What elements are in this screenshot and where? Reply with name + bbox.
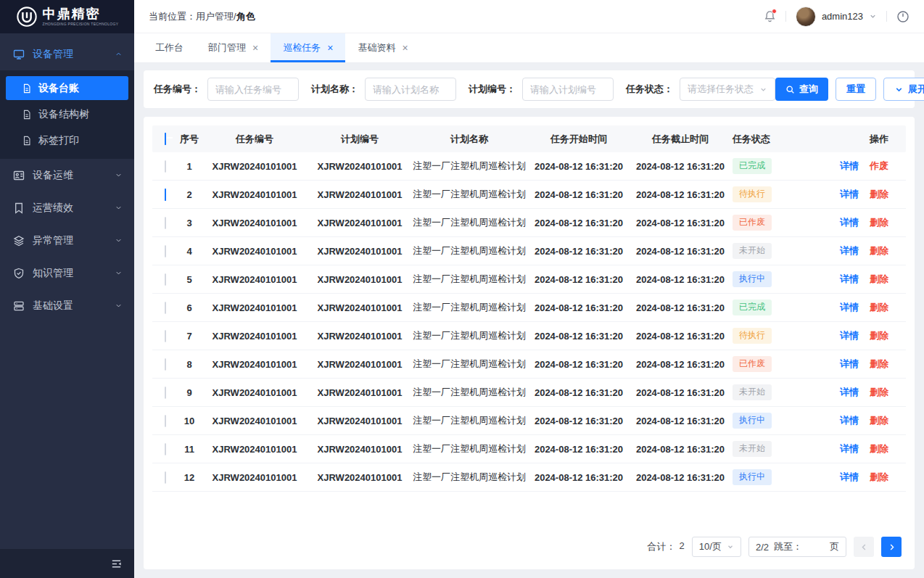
row-actions: 详情删除 [807, 244, 906, 257]
row-checkbox[interactable] [165, 387, 166, 399]
end-time: 2024-08-12 16:31:20 [630, 387, 731, 398]
notification-bell-icon[interactable] [764, 10, 776, 22]
row-checkbox[interactable] [165, 415, 166, 427]
sidebar-item-device-management[interactable]: 设备管理 [0, 38, 134, 70]
action-删除[interactable]: 删除 [870, 414, 888, 427]
action-删除[interactable]: 删除 [870, 301, 888, 314]
end-time: 2024-08-12 16:31:20 [630, 472, 731, 483]
action-删除[interactable]: 删除 [870, 273, 888, 286]
action-删除[interactable]: 删除 [870, 188, 888, 201]
sidebar-item-exception-management[interactable]: 异常管理 [0, 224, 134, 257]
row-checkbox-cell [152, 331, 178, 342]
logout-power-icon[interactable] [896, 10, 909, 23]
row-checkbox[interactable] [165, 189, 166, 201]
row-checkbox[interactable] [165, 443, 166, 455]
user-menu[interactable]: admin123 [796, 7, 877, 27]
expand-button[interactable]: 展开 [883, 78, 924, 101]
sidebar-item-device-structure-tree[interactable]: 设备结构树 [6, 102, 128, 126]
row-checkbox[interactable] [165, 330, 166, 342]
action-删除[interactable]: 删除 [870, 386, 888, 399]
search-button[interactable]: 查询 [775, 78, 828, 101]
tab-department-management[interactable]: 部门管理× [196, 33, 271, 62]
start-time: 2024-08-12 16:31:20 [528, 331, 630, 342]
next-page-button[interactable] [881, 537, 902, 557]
status-cell: 已作废 [731, 356, 807, 372]
row-index: 4 [178, 246, 200, 257]
sidebar-collapse-button[interactable] [0, 549, 134, 578]
sidebar-item-label: 知识管理 [33, 267, 107, 280]
sidebar-item-knowledge-management[interactable]: 知识管理 [0, 257, 134, 289]
page-size-select[interactable]: 10/页 [692, 537, 741, 557]
action-详情[interactable]: 详情 [840, 273, 859, 286]
action-详情[interactable]: 详情 [840, 414, 859, 427]
breadcrumb: 当前位置：用户管理/角色 [149, 10, 255, 23]
action-详情[interactable]: 详情 [840, 358, 859, 371]
row-actions: 详情删除 [807, 358, 906, 371]
action-删除[interactable]: 删除 [870, 244, 888, 257]
end-time: 2024-08-12 16:31:20 [630, 161, 731, 172]
row-index: 7 [178, 331, 200, 342]
task-no: XJRW20240101001 [200, 416, 309, 426]
action-详情[interactable]: 详情 [840, 329, 859, 342]
end-time: 2024-08-12 16:31:20 [630, 274, 731, 285]
row-checkbox[interactable] [165, 273, 166, 286]
reset-button[interactable]: 重置 [836, 78, 876, 101]
table-card: 序号 任务编号 计划编号 计划名称 任务开始时间 任务截止时间 任务状态 操作 … [144, 117, 915, 569]
action-详情[interactable]: 详情 [840, 442, 859, 455]
row-checkbox[interactable] [165, 358, 166, 371]
row-checkbox[interactable] [165, 160, 166, 173]
task-no-input[interactable] [207, 78, 299, 101]
col-plan-no: 计划编号 [309, 133, 411, 146]
chevron-down-icon [115, 204, 123, 212]
end-time: 2024-08-12 16:31:20 [630, 302, 731, 313]
sidebar-item-label-print[interactable]: 标签打印 [6, 128, 128, 152]
row-checkbox[interactable] [165, 471, 166, 484]
action-删除[interactable]: 删除 [870, 358, 888, 371]
action-详情[interactable]: 详情 [840, 216, 859, 229]
row-checkbox[interactable] [165, 245, 166, 257]
action-详情[interactable]: 详情 [840, 471, 859, 484]
plan-name: 注塑一厂注塑机周巡检计划 [411, 216, 528, 229]
close-icon[interactable]: × [327, 43, 333, 53]
plan-name-input[interactable] [365, 78, 456, 101]
row-checkbox[interactable] [165, 302, 166, 314]
close-icon[interactable]: × [252, 43, 258, 53]
action-详情[interactable]: 详情 [840, 244, 859, 257]
action-删除[interactable]: 删除 [870, 442, 888, 455]
task-status-select[interactable]: 请选择任务状态 [680, 78, 775, 101]
sidebar-item-operation-performance[interactable]: 运营绩效 [0, 191, 134, 224]
start-time: 2024-08-12 16:31:20 [528, 472, 630, 483]
sidebar-item-device-operations[interactable]: 设备运维 [0, 159, 134, 191]
tab-workbench[interactable]: 工作台 [143, 33, 196, 62]
table-row: 12XJRW20240101001XJRW20240101001注塑一厂注塑机周… [152, 463, 906, 492]
chevron-down-icon [759, 86, 767, 94]
tab-inspection-task[interactable]: 巡检任务× [271, 33, 345, 62]
action-删除[interactable]: 删除 [870, 329, 888, 342]
task-no: XJRW20240101001 [200, 359, 309, 370]
row-actions: 详情删除 [807, 414, 906, 427]
row-index: 9 [178, 387, 200, 398]
sidebar-item-label: 基础设置 [33, 300, 107, 313]
sidebar-item-basic-settings[interactable]: 基础设置 [0, 289, 134, 322]
action-详情[interactable]: 详情 [840, 301, 859, 314]
action-详情[interactable]: 详情 [840, 160, 859, 173]
select-all-checkbox[interactable] [165, 133, 166, 145]
close-icon[interactable]: × [402, 43, 408, 53]
page-size-value: 10/页 [699, 540, 722, 553]
end-time: 2024-08-12 16:31:20 [630, 189, 731, 200]
plan-no-input[interactable] [522, 78, 614, 101]
action-删除[interactable]: 删除 [870, 216, 888, 229]
row-index: 3 [178, 218, 200, 228]
notification-dot [772, 9, 777, 14]
action-详情[interactable]: 详情 [840, 188, 859, 201]
row-checkbox[interactable] [165, 217, 166, 229]
tab-basic-data[interactable]: 基础资料× [345, 33, 420, 62]
prev-page-button[interactable] [854, 537, 874, 557]
action-详情[interactable]: 详情 [840, 386, 859, 399]
row-checkbox-cell [152, 472, 178, 483]
action-作废[interactable]: 作废 [870, 160, 888, 173]
table-row: 9XJRW20240101001XJRW20240101001注塑一厂注塑机周巡… [152, 379, 906, 407]
plan-no: XJRW20240101001 [309, 387, 411, 398]
action-删除[interactable]: 删除 [870, 471, 888, 484]
sidebar-item-device-ledger[interactable]: 设备台账 [6, 76, 128, 100]
